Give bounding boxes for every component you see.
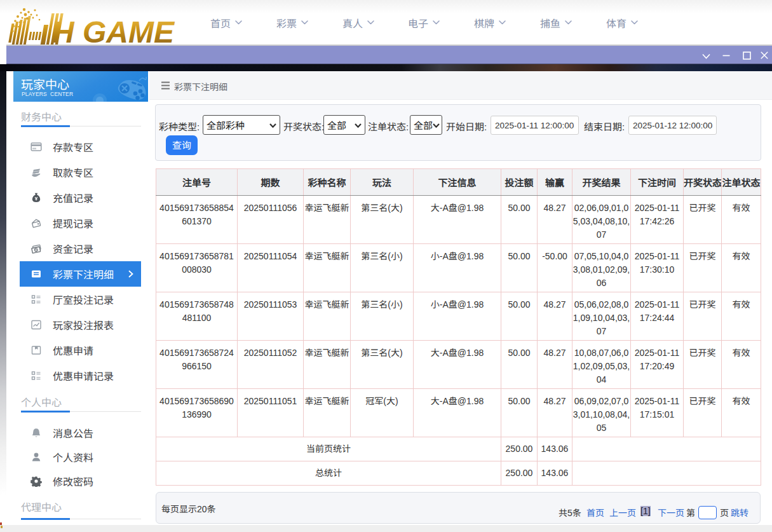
svg-text:H GAME: H GAME [52, 15, 175, 46]
